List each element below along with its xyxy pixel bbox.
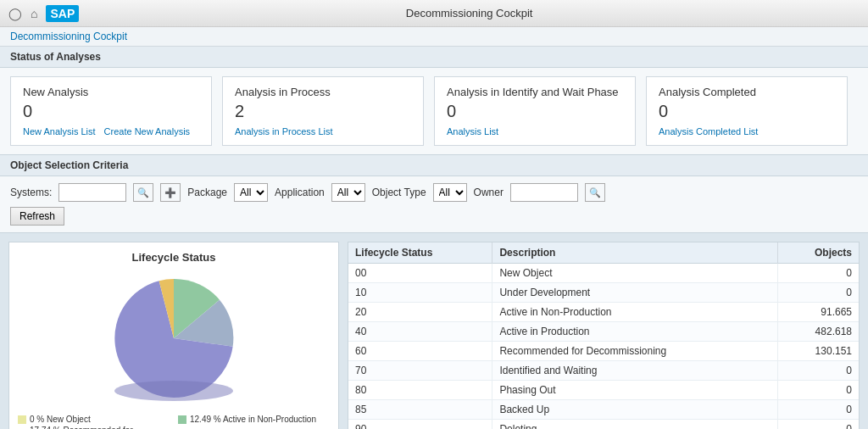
sap-logo: SAP [46, 5, 79, 22]
owner-label: Owner [474, 187, 504, 198]
table-row: 90 Deleting 0 [348, 420, 859, 430]
card-completed-count: 0 [659, 102, 835, 121]
cell-status: 40 [348, 322, 492, 342]
create-new-analysis-link[interactable]: Create New Analysis [104, 126, 191, 136]
pie-3d-bottom [114, 381, 233, 401]
cell-description: Active in Non-Production [492, 303, 778, 322]
systems-input[interactable] [58, 183, 126, 202]
cell-status: 85 [348, 400, 492, 420]
criteria-section: Systems: 🔍 ➕ Package All Application All… [0, 176, 868, 233]
legend-label: 17.74 % Recommended for Decommissioning [30, 426, 170, 429]
card-completed-title: Analysis Completed [659, 86, 835, 98]
cell-status: 00 [348, 264, 492, 283]
sap-logo-box: SAP [46, 5, 79, 22]
cell-objects: 0 [778, 264, 859, 283]
package-label: Package [187, 187, 227, 198]
table-panel: Lifecycle Status Description Objects 00 … [348, 242, 860, 429]
cell-status: 90 [348, 420, 492, 430]
cell-description: Active in Production [492, 322, 778, 342]
table-row: 60 Recommended for Decommissioning 130.1… [348, 342, 859, 361]
cell-description: Recommended for Decommissioning [492, 342, 778, 361]
card-completed: Analysis Completed 0 Analysis Completed … [646, 76, 848, 146]
cell-description: Under Development [492, 283, 778, 303]
systems-label: Systems: [10, 187, 52, 198]
cell-objects: 0 [778, 283, 859, 303]
card-completed-links: Analysis Completed List [659, 126, 835, 136]
chart-area [18, 270, 330, 406]
legend-item: 0 % Phasing Out [178, 426, 330, 429]
home-icon[interactable]: ⌂ [31, 7, 37, 20]
owner-browse-icon[interactable]: 🔍 [585, 183, 605, 202]
application-label: Application [275, 187, 325, 198]
table-header-row: Lifecycle Status Description Objects [348, 242, 859, 264]
table-row: 20 Active in Non-Production 91.665 [348, 303, 859, 322]
chart-panel: Lifecycle Status 0 % New Object12.49 % A… [8, 242, 339, 429]
top-bar-icons: ◯ ⌂ [8, 7, 37, 20]
status-section-header: Status of Analyses [0, 47, 868, 68]
cell-status: 80 [348, 381, 492, 400]
cell-status: 60 [348, 342, 492, 361]
legend-label: 0 % New Object [30, 415, 91, 424]
lifecycle-table: Lifecycle Status Description Objects 00 … [348, 242, 859, 429]
analysis-in-process-list-link[interactable]: Analysis in Process List [235, 126, 333, 136]
legend-item: 12.49 % Active in Non-Production [178, 415, 330, 424]
application-select[interactable]: All [331, 183, 365, 202]
cell-description: Deleting [492, 420, 778, 430]
main-content: Lifecycle Status 0 % New Object12.49 % A… [0, 233, 868, 429]
legend-item: 0 % New Object [18, 415, 170, 424]
cell-description: New Object [492, 264, 778, 283]
refresh-row: Refresh [10, 207, 858, 226]
card-identify-wait-title: Analysis in Identify and Wait Phase [447, 86, 623, 98]
status-cards: New Analysis 0 New Analysis List Create … [0, 68, 868, 155]
cell-objects: 91.665 [778, 303, 859, 322]
criteria-section-header: Object Selection Criteria [0, 155, 868, 176]
cell-objects: 130.151 [778, 342, 859, 361]
cell-description: Phasing Out [492, 381, 778, 400]
chart-legend: 0 % New Object12.49 % Active in Non-Prod… [18, 415, 330, 429]
new-analysis-list-link[interactable]: New Analysis List [23, 126, 96, 136]
card-new-analysis: New Analysis 0 New Analysis List Create … [10, 76, 212, 146]
card-identify-wait-count: 0 [447, 102, 623, 121]
card-new-analysis-count: 0 [23, 102, 199, 121]
card-in-process-links: Analysis in Process List [235, 126, 411, 136]
col-description: Description [492, 242, 778, 264]
analysis-list-link[interactable]: Analysis List [447, 126, 498, 136]
card-new-analysis-title: New Analysis [23, 86, 199, 98]
page-title: Decommissioning Cockpit [79, 7, 860, 20]
package-select[interactable]: All [234, 183, 268, 202]
user-icon[interactable]: ◯ [8, 7, 22, 20]
object-type-label: Object Type [372, 187, 426, 198]
systems-browse-icon[interactable]: 🔍 [133, 183, 153, 202]
owner-input[interactable] [510, 183, 578, 202]
criteria-row: Systems: 🔍 ➕ Package All Application All… [10, 183, 858, 202]
table-row: 80 Phasing Out 0 [348, 381, 859, 400]
analysis-completed-list-link[interactable]: Analysis Completed List [659, 126, 758, 136]
table-row: 70 Identified and Waiting 0 [348, 361, 859, 381]
col-objects: Objects [778, 242, 859, 264]
pie-chart [106, 270, 242, 406]
chart-title: Lifecycle Status [18, 251, 330, 264]
card-in-process-count: 2 [235, 102, 411, 121]
col-lifecycle-status: Lifecycle Status [348, 242, 492, 264]
legend-swatch [178, 415, 186, 424]
card-identify-wait: Analysis in Identify and Wait Phase 0 An… [434, 76, 636, 146]
legend-label: 12.49 % Active in Non-Production [190, 415, 316, 424]
cell-objects: 0 [778, 381, 859, 400]
object-type-select[interactable]: All [433, 183, 467, 202]
card-in-process-title: Analysis in Process [235, 86, 411, 98]
cell-status: 10 [348, 283, 492, 303]
legend-item: 17.74 % Recommended for Decommissioning [18, 426, 170, 429]
refresh-button[interactable]: Refresh [10, 207, 64, 226]
cell-objects: 0 [778, 361, 859, 381]
table-row: 40 Active in Production 482.618 [348, 322, 859, 342]
cell-objects: 0 [778, 420, 859, 430]
card-new-analysis-links: New Analysis List Create New Analysis [23, 126, 199, 136]
cell-status: 70 [348, 361, 492, 381]
card-identify-wait-links: Analysis List [447, 126, 623, 136]
top-bar: ◯ ⌂ SAP Decommissioning Cockpit [0, 0, 868, 27]
cell-description: Identified and Waiting [492, 361, 778, 381]
table-row: 00 New Object 0 [348, 264, 859, 283]
cell-objects: 482.618 [778, 322, 859, 342]
cell-objects: 0 [778, 400, 859, 420]
systems-add-icon[interactable]: ➕ [160, 183, 181, 202]
